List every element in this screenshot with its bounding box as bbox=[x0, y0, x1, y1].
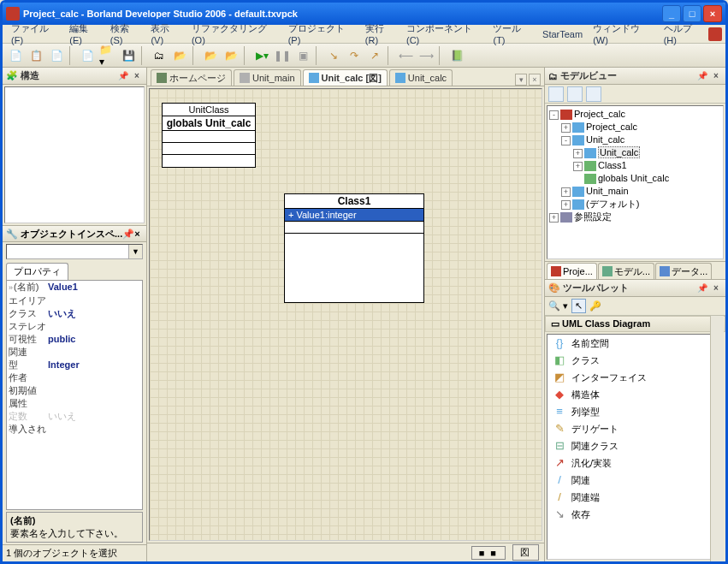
property-row[interactable]: 属性 bbox=[7, 397, 142, 410]
tab-properties[interactable]: プロパティ bbox=[6, 263, 68, 280]
palette-item[interactable]: ≡列挙型 bbox=[547, 403, 723, 420]
tool-proj-add[interactable]: 📂 bbox=[201, 46, 220, 65]
close-icon[interactable]: × bbox=[131, 70, 143, 82]
uml-attribute-value1[interactable]: + Value1:integer bbox=[285, 209, 423, 221]
property-value[interactable] bbox=[46, 423, 142, 436]
tree-toggle[interactable]: + bbox=[573, 162, 583, 171]
palette-item[interactable]: ↘依存 bbox=[547, 506, 723, 523]
property-row[interactable]: 作者 bbox=[7, 371, 142, 384]
tree-toggle[interactable]: + bbox=[561, 187, 571, 197]
tree-toggle[interactable]: + bbox=[549, 213, 559, 223]
step-into[interactable]: ↘ bbox=[324, 46, 343, 65]
tool-save[interactable]: 📄 bbox=[47, 46, 66, 65]
step-out[interactable]: ↗ bbox=[365, 46, 384, 65]
nav-back[interactable]: ⟵ bbox=[396, 46, 415, 65]
palette-item[interactable]: {}名前空間 bbox=[547, 335, 723, 352]
palette-list[interactable]: {}名前空間◧クラス◩インターフェイス◆構造体≡列挙型✎デリゲート⊟関連クラス↗… bbox=[547, 334, 724, 560]
property-value[interactable] bbox=[46, 397, 142, 410]
pin-icon[interactable]: 📌 bbox=[122, 229, 134, 240]
menu-item[interactable]: コンポーネント(C) bbox=[401, 21, 488, 47]
tree-node[interactable]: +Class1 bbox=[549, 159, 721, 172]
tree-toggle[interactable]: - bbox=[549, 110, 559, 120]
minimize-button[interactable]: _ bbox=[662, 5, 681, 22]
property-row[interactable]: 定数いいえ bbox=[7, 410, 142, 423]
palette-item[interactable]: ◆構造体 bbox=[547, 386, 723, 403]
property-row[interactable]: ステレオ bbox=[7, 320, 142, 333]
property-value[interactable]: いいえ bbox=[46, 307, 142, 320]
palette-item[interactable]: ⊟関連クラス bbox=[547, 437, 723, 454]
pin-icon[interactable]: 📌 bbox=[696, 282, 708, 294]
close-icon[interactable]: × bbox=[134, 229, 139, 239]
chevron-down-icon[interactable]: ▼ bbox=[128, 245, 142, 258]
menu-item[interactable]: リファクタリング(O) bbox=[186, 21, 283, 47]
property-value[interactable]: Value1 bbox=[46, 281, 142, 294]
modelview-tab[interactable]: モデル... bbox=[598, 263, 654, 279]
property-row[interactable]: (名前)Value1 bbox=[7, 281, 142, 294]
menu-item[interactable]: 表示(V) bbox=[145, 21, 186, 47]
pause-button[interactable]: ❚❚ bbox=[273, 46, 292, 65]
uml-canvas[interactable]: UnitClass globals Unit_calc Class1 + Val… bbox=[149, 88, 542, 541]
modelview-tree[interactable]: -Project_calc+Project_calc-Unit_calc+Uni… bbox=[547, 105, 724, 259]
menu-item[interactable]: ツール(T) bbox=[488, 21, 537, 47]
menu-item[interactable]: 実行(R) bbox=[360, 21, 401, 47]
property-value[interactable] bbox=[46, 294, 142, 307]
nav-fwd[interactable]: ⟶ bbox=[417, 46, 435, 65]
property-row[interactable]: 導入され bbox=[7, 423, 142, 436]
stop-button[interactable]: ▣ bbox=[293, 46, 312, 65]
property-row[interactable]: 型Integer bbox=[7, 359, 142, 371]
property-row[interactable]: クラスいいえ bbox=[7, 307, 142, 320]
tool-saveall[interactable]: 💾 bbox=[119, 46, 138, 65]
view-button-diagram[interactable]: 図 bbox=[512, 544, 539, 561]
tree-toggle[interactable]: + bbox=[561, 200, 571, 210]
close-button[interactable]: × bbox=[703, 5, 722, 22]
mv-tool-2[interactable] bbox=[567, 86, 583, 102]
tab-close-icon[interactable]: × bbox=[529, 74, 541, 86]
tree-node[interactable]: -Unit_calc bbox=[549, 134, 721, 146]
palette-item[interactable]: ◧クラス bbox=[547, 352, 723, 369]
palette-item[interactable]: ◩インターフェイス bbox=[547, 369, 723, 386]
uml-class-class1[interactable]: Class1 + Value1:integer bbox=[284, 193, 424, 303]
tool-add-file[interactable]: 📄 bbox=[78, 46, 97, 65]
tree-toggle[interactable]: - bbox=[561, 136, 571, 145]
close-icon[interactable]: × bbox=[710, 70, 722, 82]
property-grid[interactable]: (名前)Value1エイリアクラスいいえステレオ可視性public関連型Inte… bbox=[6, 280, 143, 510]
tab-dropdown-icon[interactable]: ▾ bbox=[515, 74, 527, 86]
inspector-component-combo[interactable]: ▼ bbox=[6, 244, 143, 259]
tree-node[interactable]: -Project_calc bbox=[549, 108, 721, 121]
step-over[interactable]: ↷ bbox=[345, 46, 364, 65]
tool-folder[interactable]: 📁▾ bbox=[98, 46, 117, 65]
document-tab[interactable]: ホームページ bbox=[151, 69, 232, 86]
palette-item[interactable]: ✎デリゲート bbox=[547, 420, 723, 437]
palette-item[interactable]: /関連 bbox=[547, 472, 723, 489]
menu-item[interactable]: ウィンドウ(W) bbox=[588, 21, 659, 47]
menu-item[interactable]: プロジェクト(P) bbox=[283, 21, 360, 47]
property-value[interactable]: public bbox=[46, 333, 142, 346]
palette-item[interactable]: ↗汎化/実装 bbox=[547, 454, 723, 472]
modelview-tab[interactable]: データ... bbox=[655, 263, 712, 279]
pin-icon[interactable]: 📌 bbox=[117, 70, 129, 82]
tree-node[interactable]: +(デフォルト) bbox=[549, 198, 721, 211]
mv-tool-3[interactable] bbox=[586, 86, 601, 102]
palette-scrollbar[interactable] bbox=[710, 316, 724, 561]
palette-pointer[interactable]: ↖ bbox=[571, 299, 586, 313]
palette-filter[interactable]: 🔑 bbox=[589, 300, 601, 312]
tree-toggle[interactable]: + bbox=[561, 123, 571, 133]
mv-tool-1[interactable] bbox=[548, 86, 564, 102]
run-button[interactable]: ▶▾ bbox=[252, 46, 271, 65]
tree-node[interactable]: +参照設定 bbox=[549, 211, 721, 223]
tree-node[interactable]: +Project_calc bbox=[549, 121, 721, 134]
property-value[interactable] bbox=[46, 346, 142, 359]
palette-category[interactable]: ▭ UML Class Diagram bbox=[545, 316, 725, 332]
menu-item[interactable]: ファイル(F) bbox=[6, 21, 64, 47]
menu-item[interactable]: ヘルプ(H) bbox=[659, 21, 709, 47]
property-value[interactable] bbox=[46, 371, 142, 384]
tree-node[interactable]: +Unit_calc bbox=[549, 146, 721, 159]
document-tab[interactable]: Unit_main bbox=[234, 69, 301, 86]
palette-item[interactable]: /関連端 bbox=[547, 489, 723, 506]
property-value[interactable] bbox=[46, 384, 142, 397]
modelview-tab[interactable]: Proje... bbox=[547, 263, 597, 279]
menu-item[interactable]: StarTeam bbox=[537, 27, 588, 41]
help-button[interactable]: 📗 bbox=[447, 46, 466, 65]
property-value[interactable] bbox=[46, 320, 142, 333]
property-row[interactable]: エイリア bbox=[7, 294, 142, 307]
